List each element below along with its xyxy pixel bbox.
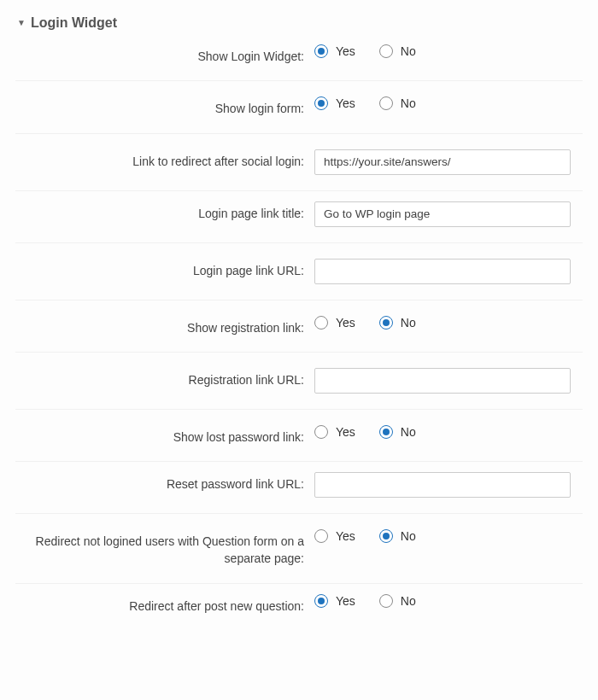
section-title-text: Login Widget	[31, 15, 117, 31]
label-show-login-widget: Show Login Widget:	[15, 44, 314, 65]
show-login-widget-no[interactable]: No	[379, 44, 416, 58]
label-login-page-title: Login page link title:	[15, 201, 314, 222]
collapse-arrow-icon: ▼	[17, 19, 26, 27]
label-login-page-url: Login page link URL:	[15, 259, 314, 279]
section-header[interactable]: ▼ Login Widget	[15, 14, 583, 43]
row-reset-password-url: Reset password link URL:	[15, 461, 583, 513]
radio-icon	[379, 44, 393, 58]
radio-icon	[314, 594, 328, 608]
show-login-widget-yes[interactable]: Yes	[314, 44, 355, 58]
radio-icon	[314, 529, 328, 543]
redirect-not-logged-yes[interactable]: Yes	[314, 529, 355, 543]
redirect-after-post-yes[interactable]: Yes	[314, 594, 355, 608]
row-show-login-form: Show login form: Yes No	[15, 80, 583, 132]
option-label: Yes	[336, 529, 355, 543]
show-login-form-no[interactable]: No	[379, 96, 416, 110]
row-show-login-widget: Show Login Widget: Yes No	[15, 43, 583, 80]
registration-link-url-input[interactable]	[314, 368, 571, 394]
show-registration-link-yes[interactable]: Yes	[314, 316, 355, 330]
row-show-registration-link: Show registration link: Yes No	[15, 300, 583, 352]
option-label: No	[401, 316, 416, 330]
option-label: No	[401, 96, 416, 110]
label-show-login-form: Show login form:	[15, 96, 314, 117]
label-show-registration-link: Show registration link:	[15, 316, 314, 336]
radio-icon	[314, 96, 328, 110]
option-label: Yes	[336, 96, 355, 110]
show-registration-link-no[interactable]: No	[379, 316, 416, 330]
login-page-title-input[interactable]	[314, 201, 571, 227]
redirect-not-logged-no[interactable]: No	[379, 529, 416, 543]
option-label: No	[401, 529, 416, 543]
option-label: No	[401, 425, 416, 439]
radio-icon	[379, 425, 393, 439]
label-registration-link-url: Registration link URL:	[15, 368, 314, 388]
option-label: Yes	[336, 316, 355, 330]
row-redirect-after-social: Link to redirect after social login:	[15, 133, 583, 190]
option-label: Yes	[336, 594, 355, 608]
row-redirect-after-post: Redirect after post new question: Yes No	[15, 583, 583, 630]
redirect-after-post-no[interactable]: No	[379, 594, 416, 608]
radio-icon	[314, 44, 328, 58]
row-registration-link-url: Registration link URL:	[15, 352, 583, 409]
radio-icon	[314, 425, 328, 439]
row-login-page-title: Login page link title:	[15, 190, 583, 242]
radio-icon	[379, 316, 393, 330]
radio-icon	[379, 96, 393, 110]
show-lost-password-yes[interactable]: Yes	[314, 425, 355, 439]
show-lost-password-no[interactable]: No	[379, 425, 416, 439]
option-label: No	[401, 44, 416, 58]
radio-icon	[379, 594, 393, 608]
label-reset-password-url: Reset password link URL:	[15, 472, 314, 493]
option-label: Yes	[336, 44, 355, 58]
label-redirect-not-logged: Redirect not logined users with Question…	[15, 529, 314, 568]
login-page-url-input[interactable]	[314, 259, 571, 284]
label-redirect-after-post: Redirect after post new question:	[15, 594, 314, 615]
reset-password-url-input[interactable]	[314, 472, 571, 498]
label-show-lost-password: Show lost password link:	[15, 425, 314, 446]
row-show-lost-password: Show lost password link: Yes No	[15, 409, 583, 461]
option-label: No	[401, 594, 416, 608]
option-label: Yes	[336, 425, 355, 439]
label-redirect-after-social: Link to redirect after social login:	[15, 149, 314, 170]
row-login-page-url: Login page link URL:	[15, 242, 583, 300]
radio-icon	[379, 529, 393, 543]
row-redirect-not-logged: Redirect not logined users with Question…	[15, 513, 583, 583]
radio-icon	[314, 316, 328, 330]
redirect-after-social-input[interactable]	[314, 149, 571, 175]
show-login-form-yes[interactable]: Yes	[314, 96, 355, 110]
